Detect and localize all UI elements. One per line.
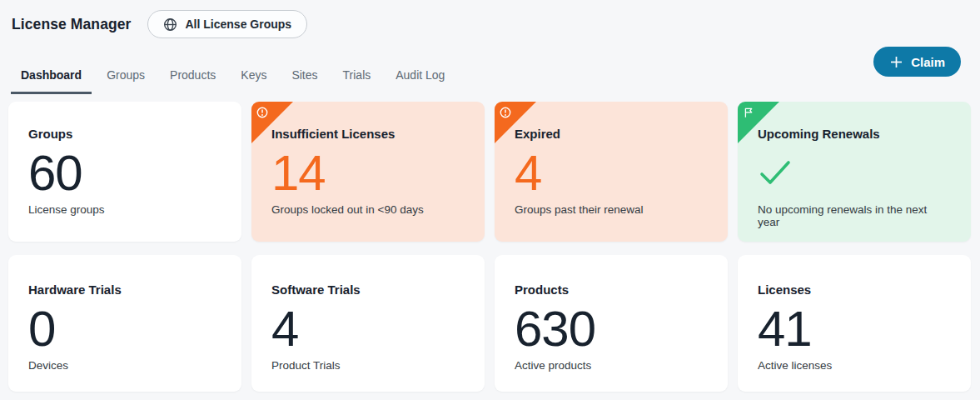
card-title: Expired: [515, 126, 708, 142]
tab-sites[interactable]: Sites: [281, 60, 327, 94]
card-subtitle: Active products: [515, 359, 708, 372]
claim-label: Claim: [911, 55, 945, 69]
card-subtitle: Active licenses: [758, 359, 951, 372]
card-expired[interactable]: Expired 4 Groups past their renewal: [495, 102, 728, 242]
card-groups[interactable]: Groups 60 License groups: [8, 102, 241, 242]
globe-icon: [163, 18, 177, 32]
flag-icon: [743, 107, 754, 118]
card-upcoming-renewals[interactable]: Upcoming Renewals No upcoming renewals i…: [738, 102, 971, 242]
card-title: Software Trials: [271, 282, 465, 298]
all-license-groups-button[interactable]: All License Groups: [147, 10, 308, 38]
card-title: Groups: [28, 126, 221, 142]
tab-trials[interactable]: Trials: [333, 60, 381, 94]
tabs: Dashboard Groups Products Keys Sites Tri…: [0, 60, 455, 94]
card-value: 0: [28, 301, 221, 357]
card-products[interactable]: Products 630 Active products: [495, 255, 728, 392]
tab-groups[interactable]: Groups: [97, 60, 155, 94]
card-subtitle: Groups locked out in <90 days: [271, 203, 465, 216]
tab-bar: Dashboard Groups Products Keys Sites Tri…: [0, 38, 980, 94]
card-software-trials[interactable]: Software Trials 4 Product Trials: [251, 255, 485, 392]
plus-icon: [889, 55, 903, 69]
tab-dashboard[interactable]: Dashboard: [11, 60, 92, 94]
card-title: Insufficient Licenses: [271, 126, 465, 142]
dashboard-cards: Groups 60 License groups Insufficient Li…: [8, 102, 971, 392]
card-subtitle: License groups: [28, 203, 221, 216]
card-value: 41: [758, 301, 951, 357]
page-title: License Manager: [12, 16, 132, 33]
card-title: Hardware Trials: [28, 282, 221, 298]
all-license-groups-label: All License Groups: [186, 18, 292, 31]
card-value: 630: [515, 301, 708, 357]
card-subtitle: Groups past their renewal: [515, 203, 708, 216]
card-title: Upcoming Renewals: [758, 126, 951, 142]
alert-circle-icon: [256, 107, 268, 118]
card-title: Licenses: [758, 282, 951, 298]
card-subtitle: Product Trials: [271, 359, 465, 372]
card-insufficient-licenses[interactable]: Insufficient Licenses 14 Groups locked o…: [251, 102, 485, 242]
card-title: Products: [515, 282, 708, 298]
card-value: 4: [271, 301, 465, 357]
card-hardware-trials[interactable]: Hardware Trials 0 Devices: [8, 255, 241, 392]
card-licenses[interactable]: Licenses 41 Active licenses: [738, 255, 971, 392]
card-value: 60: [28, 145, 221, 201]
tab-products[interactable]: Products: [160, 60, 226, 94]
card-subtitle: Devices: [28, 359, 221, 372]
checkmark-icon: [758, 145, 951, 201]
tab-keys[interactable]: Keys: [231, 60, 276, 94]
claim-button[interactable]: Claim: [873, 47, 961, 77]
card-value: 4: [515, 145, 708, 201]
tab-audit-log[interactable]: Audit Log: [386, 60, 455, 94]
card-subtitle: No upcoming renewals in the next year: [758, 203, 951, 228]
header: License Manager All License Groups: [0, 0, 980, 38]
card-value: 14: [271, 145, 465, 201]
alert-circle-icon: [500, 107, 511, 118]
